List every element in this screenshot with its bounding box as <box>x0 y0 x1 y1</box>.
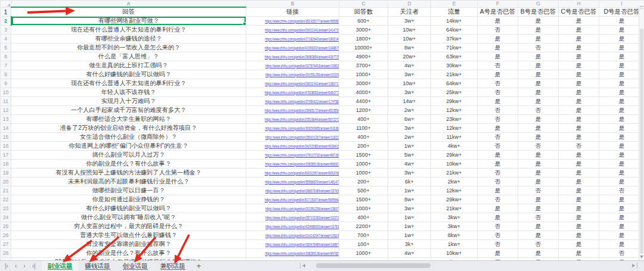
row-number[interactable]: 12 <box>1 106 11 115</box>
account-a-answered-cell[interactable]: 是 <box>478 52 518 61</box>
follower-count-cell[interactable]: 6k+ <box>388 177 431 186</box>
account-d-answered-cell[interactable]: 是 <box>599 204 644 213</box>
row-number[interactable]: 4 <box>1 35 11 43</box>
question-cell[interactable]: 你是如何通过副业挣钱的？ <box>11 195 246 204</box>
row-number[interactable]: 21 <box>1 186 11 195</box>
row-number[interactable]: 6 <box>1 52 11 61</box>
row-number[interactable]: 11 <box>1 97 11 106</box>
account-c-answered-cell[interactable]: 是 <box>559 88 599 97</box>
question-cell[interactable]: 现在还有什么普通人不太知道的暴利行业？ <box>11 26 246 35</box>
traffic-cell[interactable]: 23kw+ <box>431 115 478 124</box>
traffic-cell[interactable]: 2kw+ <box>431 177 478 186</box>
link-cell[interactable]: https://www.zhihu.com/question/352335277… <box>246 17 339 26</box>
account-d-answered-cell[interactable]: 是 <box>599 124 644 133</box>
row-number[interactable]: 7 <box>1 61 11 70</box>
follower-count-cell[interactable]: 2w+ <box>388 106 431 115</box>
answer-count-cell[interactable]: 10000+ <box>339 43 388 52</box>
column-header-h[interactable]: H <box>559 1 599 8</box>
question-cell[interactable]: 什么是「富人思维」？ <box>11 52 246 61</box>
follower-count-cell[interactable]: 14w+ <box>388 97 431 106</box>
account-c-answered-cell[interactable]: 是 <box>559 240 599 249</box>
account-c-answered-cell[interactable]: 是 <box>559 204 599 213</box>
account-c-answered-cell[interactable]: 是 <box>559 52 599 61</box>
account-b-answered-cell[interactable]: 是 <box>518 70 559 79</box>
follower-count-cell[interactable]: 1w+ <box>388 231 431 240</box>
follower-count-cell[interactable]: 3k+ <box>388 240 431 249</box>
traffic-cell[interactable]: 29kw+ <box>431 151 478 160</box>
row-number[interactable]: 10 <box>1 88 11 97</box>
follower-count-cell[interactable]: 10w+ <box>388 79 431 88</box>
account-d-answered-cell[interactable]: 是 <box>599 70 644 79</box>
pane-split-divider[interactable] <box>637 263 637 269</box>
answer-count-cell[interactable]: 100+ <box>339 240 388 249</box>
link-cell[interactable]: https://www.zhihu.com/question/51715307/… <box>246 195 339 204</box>
question-cell[interactable]: 年轻人该不该存钱？ <box>11 88 246 97</box>
traffic-cell[interactable]: 11kw+ <box>431 133 478 142</box>
question-cell[interactable]: 你的副业是什么？有什么故事？ <box>11 160 246 169</box>
column-header-b[interactable]: B <box>246 1 339 8</box>
follower-count-cell[interactable]: 1w+ <box>388 222 431 231</box>
link-cell[interactable]: https://www.zhihu.com/question/301551256… <box>246 204 339 213</box>
account-c-answered-cell[interactable]: 是 <box>559 222 599 231</box>
account-c-answered-cell[interactable]: 是 <box>559 79 599 88</box>
traffic-cell[interactable]: 10kw+ <box>431 160 478 169</box>
horizontal-scrollbar-thumb[interactable] <box>316 263 431 268</box>
account-c-answered-cell[interactable]: 是 <box>559 133 599 142</box>
answer-count-cell[interactable]: 1000+ <box>339 169 388 177</box>
account-c-answered-cell[interactable]: 是 <box>559 213 599 222</box>
row-number[interactable]: 20 <box>1 177 11 186</box>
link-cell[interactable]: https://www.zhihu.com/question/338285136… <box>246 160 339 169</box>
answer-count-cell[interactable]: 1000+ <box>339 160 388 169</box>
account-b-answered-cell[interactable]: 是 <box>518 222 559 231</box>
account-d-answered-cell[interactable]: 是 <box>599 240 644 249</box>
answer-count-cell[interactable]: 2200+ <box>339 222 388 231</box>
follower-count-cell[interactable]: 4w+ <box>388 61 431 70</box>
traffic-cell[interactable]: 29kw+ <box>431 195 478 204</box>
account-d-answered-cell[interactable]: 是 <box>599 231 644 240</box>
account-b-answered-cell[interactable]: 是 <box>518 169 559 177</box>
account-c-answered-cell[interactable]: 是 <box>559 195 599 204</box>
column-header-f[interactable]: F <box>478 1 518 8</box>
account-a-answered-cell[interactable]: 否 <box>478 195 518 204</box>
row-number[interactable]: 28 <box>1 249 11 258</box>
next-sheet-icon[interactable]: › <box>23 263 25 269</box>
traffic-cell[interactable]: 3kw+ <box>431 213 478 222</box>
account-a-answered-cell[interactable]: 否 <box>478 231 518 240</box>
column-header-g[interactable]: G <box>518 1 559 8</box>
link-cell[interactable]: https://www.zhihu.com/question/37050422/… <box>246 97 339 106</box>
row-number[interactable]: 27 <box>1 240 11 249</box>
scroll-left-icon[interactable] <box>302 264 305 267</box>
last-sheet-icon[interactable]: ›| <box>32 263 36 269</box>
traffic-cell[interactable]: 12kw+ <box>431 124 478 133</box>
follower-count-cell[interactable]: 1w+ <box>388 142 431 151</box>
answer-count-cell[interactable]: 1500+ <box>339 151 388 160</box>
account-b-answered-cell[interactable]: 否 <box>518 142 559 151</box>
follower-count-cell[interactable]: 8w+ <box>388 195 431 204</box>
follower-count-cell[interactable]: 8w+ <box>388 43 431 52</box>
link-cell[interactable]: https://www.zhihu.com/question/26011041/… <box>246 26 339 35</box>
link-cell[interactable]: https://www.zhihu.com/question/366576389… <box>246 186 339 195</box>
question-cell[interactable]: 做生意真的比上班打工强吗？ <box>11 61 246 70</box>
link-cell[interactable]: https://www.zhihu.com/question/27182640/… <box>246 35 339 43</box>
link-cell[interactable]: https://www.zhihu.com/question/363476489… <box>246 240 339 249</box>
traffic-cell[interactable]: 64kw+ <box>431 26 478 35</box>
account-a-answered-cell[interactable]: 是 <box>478 124 518 133</box>
link-cell[interactable]: https://www.zhihu.com/question/26011041/… <box>246 79 339 88</box>
account-c-answered-cell[interactable]: 是 <box>559 186 599 195</box>
follower-count-cell[interactable]: 1w+ <box>388 186 431 195</box>
select-all-corner[interactable] <box>1 1 11 8</box>
answer-count-cell[interactable]: 3000+ <box>339 79 388 88</box>
link-cell[interactable]: https://www.zhihu.com/question/357102283… <box>246 213 339 222</box>
account-c-answered-cell[interactable]: 是 <box>559 17 599 26</box>
vertical-scrollbar-thumb[interactable] <box>640 29 643 254</box>
account-a-answered-cell[interactable]: 否 <box>478 61 518 70</box>
account-c-answered-cell[interactable]: 是 <box>559 124 599 133</box>
link-cell[interactable]: https://www.zhihu.com/question/55566620/… <box>246 177 339 186</box>
account-a-answered-cell[interactable]: 否 <box>478 142 518 151</box>
account-a-answered-cell[interactable]: 否 <box>478 222 518 231</box>
account-d-answered-cell[interactable]: 是 <box>599 213 644 222</box>
row-number[interactable]: 5 <box>1 43 11 52</box>
account-a-answered-cell[interactable]: 否 <box>478 240 518 249</box>
answer-count-cell[interactable]: 3000+ <box>339 26 388 35</box>
account-d-answered-cell[interactable]: 否 <box>599 186 644 195</box>
